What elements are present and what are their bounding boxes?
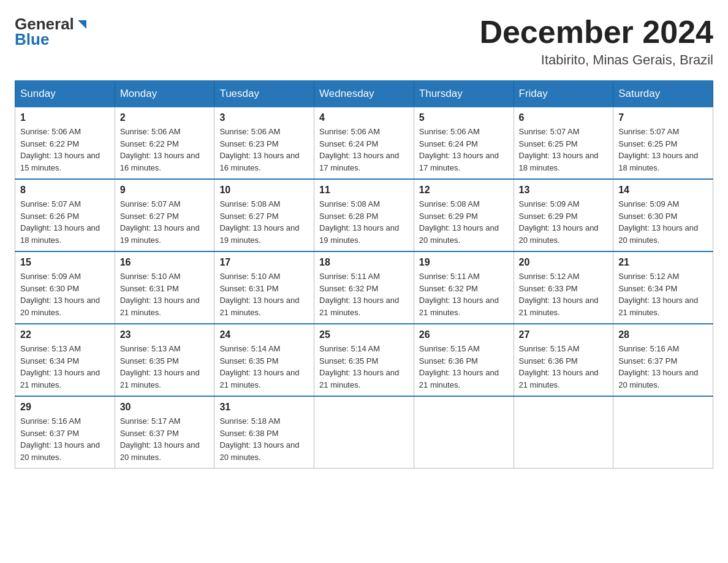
table-row: 16 Sunrise: 5:10 AMSunset: 6:31 PMDaylig…: [115, 251, 214, 324]
table-row: 17 Sunrise: 5:10 AMSunset: 6:31 PMDaylig…: [214, 251, 314, 324]
header-sunday: Sunday: [15, 81, 115, 107]
table-row: 6 Sunrise: 5:07 AMSunset: 6:25 PMDayligh…: [514, 107, 613, 179]
table-row: 19 Sunrise: 5:11 AMSunset: 6:32 PMDaylig…: [414, 251, 514, 324]
day-info: Sunrise: 5:16 AMSunset: 6:37 PMDaylight:…: [20, 416, 100, 462]
header-tuesday: Tuesday: [214, 81, 314, 107]
table-row: 2 Sunrise: 5:06 AMSunset: 6:22 PMDayligh…: [115, 107, 214, 179]
day-info: Sunrise: 5:11 AMSunset: 6:32 PMDaylight:…: [419, 272, 499, 317]
table-row: 9 Sunrise: 5:07 AMSunset: 6:27 PMDayligh…: [115, 179, 214, 251]
table-row: 29 Sunrise: 5:16 AMSunset: 6:37 PMDaylig…: [15, 396, 115, 469]
day-number: 12: [419, 185, 509, 196]
location-title: Itabirito, Minas Gerais, Brazil: [479, 52, 713, 68]
day-info: Sunrise: 5:16 AMSunset: 6:37 PMDaylight:…: [618, 344, 698, 389]
page-header: General Blue December 2024 Itabirito, Mi…: [15, 15, 713, 68]
table-row: 3 Sunrise: 5:06 AMSunset: 6:23 PMDayligh…: [214, 107, 314, 179]
calendar-week-row: 1 Sunrise: 5:06 AMSunset: 6:22 PMDayligh…: [15, 107, 713, 179]
day-info: Sunrise: 5:07 AMSunset: 6:25 PMDaylight:…: [519, 127, 599, 172]
day-info: Sunrise: 5:15 AMSunset: 6:36 PMDaylight:…: [419, 344, 499, 389]
table-row: 18 Sunrise: 5:11 AMSunset: 6:32 PMDaylig…: [314, 251, 414, 324]
day-number: 11: [319, 185, 409, 196]
day-number: 7: [618, 112, 708, 123]
day-number: 30: [120, 402, 210, 413]
day-info: Sunrise: 5:15 AMSunset: 6:36 PMDaylight:…: [519, 344, 599, 389]
day-info: Sunrise: 5:09 AMSunset: 6:29 PMDaylight:…: [519, 199, 599, 245]
header-friday: Friday: [514, 81, 613, 107]
month-title: December 2024: [479, 15, 713, 50]
title-section: December 2024 Itabirito, Minas Gerais, B…: [479, 15, 713, 68]
day-info: Sunrise: 5:07 AMSunset: 6:27 PMDaylight:…: [120, 199, 200, 245]
table-row: 14 Sunrise: 5:09 AMSunset: 6:30 PMDaylig…: [613, 179, 713, 251]
day-number: 28: [618, 329, 708, 340]
day-info: Sunrise: 5:07 AMSunset: 6:25 PMDaylight:…: [618, 127, 698, 172]
day-number: 19: [419, 257, 509, 268]
day-number: 26: [419, 329, 509, 340]
day-number: 8: [20, 185, 110, 196]
table-row: 28 Sunrise: 5:16 AMSunset: 6:37 PMDaylig…: [613, 324, 713, 396]
day-number: 13: [519, 185, 609, 196]
day-number: 25: [319, 329, 409, 340]
day-info: Sunrise: 5:08 AMSunset: 6:28 PMDaylight:…: [319, 199, 399, 245]
calendar-week-row: 29 Sunrise: 5:16 AMSunset: 6:37 PMDaylig…: [15, 396, 713, 469]
table-row: 12 Sunrise: 5:08 AMSunset: 6:29 PMDaylig…: [414, 179, 514, 251]
header-monday: Monday: [115, 81, 214, 107]
day-number: 20: [519, 257, 609, 268]
day-info: Sunrise: 5:06 AMSunset: 6:22 PMDaylight:…: [120, 127, 200, 172]
svg-marker-0: [78, 20, 86, 29]
table-row: 22 Sunrise: 5:13 AMSunset: 6:34 PMDaylig…: [15, 324, 115, 396]
calendar-table: Sunday Monday Tuesday Wednesday Thursday…: [15, 80, 713, 469]
table-row: 26 Sunrise: 5:15 AMSunset: 6:36 PMDaylig…: [414, 324, 514, 396]
day-number: 23: [120, 329, 210, 340]
calendar-week-row: 15 Sunrise: 5:09 AMSunset: 6:30 PMDaylig…: [15, 251, 713, 324]
day-info: Sunrise: 5:17 AMSunset: 6:37 PMDaylight:…: [120, 416, 200, 462]
table-row: [613, 396, 713, 469]
day-info: Sunrise: 5:13 AMSunset: 6:35 PMDaylight:…: [120, 344, 200, 389]
table-row: 10 Sunrise: 5:08 AMSunset: 6:27 PMDaylig…: [214, 179, 314, 251]
header-thursday: Thursday: [414, 81, 514, 107]
day-info: Sunrise: 5:06 AMSunset: 6:22 PMDaylight:…: [20, 127, 100, 172]
logo-triangle-icon: [75, 18, 89, 31]
day-number: 31: [219, 402, 309, 413]
day-info: Sunrise: 5:12 AMSunset: 6:33 PMDaylight:…: [519, 272, 599, 317]
day-number: 27: [519, 329, 609, 340]
header-wednesday: Wednesday: [314, 81, 414, 107]
weekday-header-row: Sunday Monday Tuesday Wednesday Thursday…: [15, 81, 713, 107]
day-number: 5: [419, 112, 509, 123]
day-number: 4: [319, 112, 409, 123]
table-row: 30 Sunrise: 5:17 AMSunset: 6:37 PMDaylig…: [115, 396, 214, 469]
day-info: Sunrise: 5:18 AMSunset: 6:38 PMDaylight:…: [219, 416, 299, 462]
table-row: 4 Sunrise: 5:06 AMSunset: 6:24 PMDayligh…: [314, 107, 414, 179]
table-row: 23 Sunrise: 5:13 AMSunset: 6:35 PMDaylig…: [115, 324, 214, 396]
day-info: Sunrise: 5:06 AMSunset: 6:23 PMDaylight:…: [219, 127, 299, 172]
calendar-week-row: 8 Sunrise: 5:07 AMSunset: 6:26 PMDayligh…: [15, 179, 713, 251]
day-number: 9: [120, 185, 210, 196]
table-row: 31 Sunrise: 5:18 AMSunset: 6:38 PMDaylig…: [214, 396, 314, 469]
table-row: 27 Sunrise: 5:15 AMSunset: 6:36 PMDaylig…: [514, 324, 613, 396]
day-info: Sunrise: 5:08 AMSunset: 6:27 PMDaylight:…: [219, 199, 299, 245]
day-info: Sunrise: 5:13 AMSunset: 6:34 PMDaylight:…: [20, 344, 100, 389]
day-number: 15: [20, 257, 110, 268]
day-number: 17: [219, 257, 309, 268]
day-number: 6: [519, 112, 609, 123]
day-info: Sunrise: 5:14 AMSunset: 6:35 PMDaylight:…: [319, 344, 399, 389]
table-row: 25 Sunrise: 5:14 AMSunset: 6:35 PMDaylig…: [314, 324, 414, 396]
day-info: Sunrise: 5:06 AMSunset: 6:24 PMDaylight:…: [419, 127, 499, 172]
day-number: 1: [20, 112, 110, 123]
logo: General Blue: [15, 15, 89, 49]
day-number: 10: [219, 185, 309, 196]
day-number: 18: [319, 257, 409, 268]
day-number: 24: [219, 329, 309, 340]
day-info: Sunrise: 5:09 AMSunset: 6:30 PMDaylight:…: [618, 199, 698, 245]
day-number: 2: [120, 112, 210, 123]
day-info: Sunrise: 5:10 AMSunset: 6:31 PMDaylight:…: [219, 272, 299, 317]
table-row: 21 Sunrise: 5:12 AMSunset: 6:34 PMDaylig…: [613, 251, 713, 324]
day-info: Sunrise: 5:09 AMSunset: 6:30 PMDaylight:…: [20, 272, 100, 317]
day-info: Sunrise: 5:06 AMSunset: 6:24 PMDaylight:…: [319, 127, 399, 172]
day-number: 29: [20, 402, 110, 413]
table-row: 8 Sunrise: 5:07 AMSunset: 6:26 PMDayligh…: [15, 179, 115, 251]
day-info: Sunrise: 5:14 AMSunset: 6:35 PMDaylight:…: [219, 344, 299, 389]
day-info: Sunrise: 5:12 AMSunset: 6:34 PMDaylight:…: [618, 272, 698, 317]
day-number: 16: [120, 257, 210, 268]
table-row: 1 Sunrise: 5:06 AMSunset: 6:22 PMDayligh…: [15, 107, 115, 179]
day-info: Sunrise: 5:11 AMSunset: 6:32 PMDaylight:…: [319, 272, 399, 317]
logo-blue-text: Blue: [15, 30, 49, 49]
